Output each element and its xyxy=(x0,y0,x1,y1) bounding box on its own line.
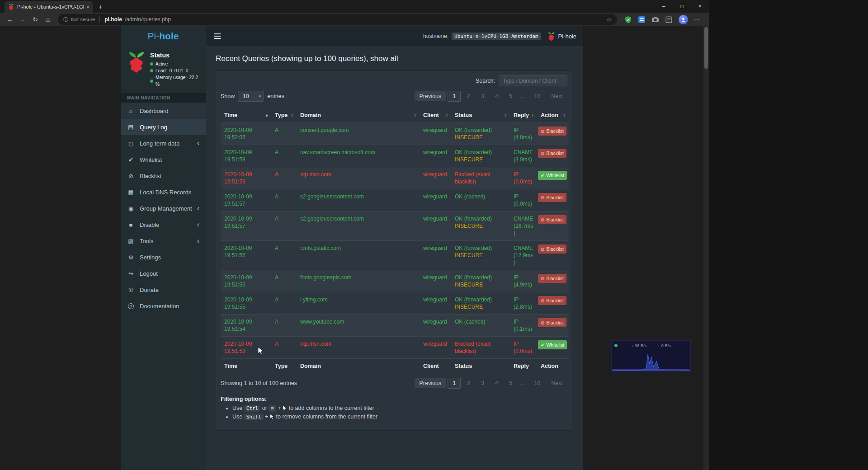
whitelist-button[interactable]: ✔Whitelist xyxy=(538,171,567,180)
blacklist-button[interactable]: ⊘Blacklist xyxy=(538,296,566,305)
pagination-page-5[interactable]: 5 xyxy=(505,378,517,388)
entries-control: Show 10 ▾ entries xyxy=(221,91,284,102)
pagination-next[interactable]: Next xyxy=(547,378,567,388)
home-icon[interactable]: ⌂ xyxy=(42,16,54,23)
pagination-page-1[interactable]: 1 xyxy=(448,378,461,389)
minimize-button[interactable]: – xyxy=(655,0,673,13)
donate-icon: ℗ xyxy=(127,287,135,293)
scrollbar-thumb[interactable] xyxy=(704,27,708,69)
pagination-page-2[interactable]: 2 xyxy=(462,91,475,101)
bookmark-star-icon[interactable]: ☆ xyxy=(606,16,612,23)
col-header-status[interactable]: Status▴▾ xyxy=(451,108,510,123)
blacklist-button[interactable]: ⊘Blacklist xyxy=(538,244,566,254)
cell-status: OK (cached) xyxy=(451,315,510,337)
sidebar-item-group-management[interactable]: ◉Group Management‹ xyxy=(121,200,206,216)
show-label: Show xyxy=(221,93,235,99)
browser-menu-icon[interactable]: ⋯ xyxy=(694,16,701,23)
sidebar-item-dashboard[interactable]: ⌂Dashboard xyxy=(121,103,206,119)
cell-time: 2020-10-09 19:52:05 xyxy=(221,123,271,145)
pagination-page-3[interactable]: 3 xyxy=(476,378,489,388)
pagination-page-2[interactable]: 2 xyxy=(462,378,475,388)
cell-reply: IP (0.0ms) xyxy=(510,337,537,359)
pagination-page-5[interactable]: 5 xyxy=(505,91,517,101)
sidebar-item-long-term-data[interactable]: ◷Long-term data‹ xyxy=(121,135,206,151)
back-icon[interactable]: ← xyxy=(4,16,16,23)
ban-icon: ⊘ xyxy=(541,195,544,200)
cell-domain: ntp.msn.com xyxy=(297,337,420,359)
sidebar-item-query-log[interactable]: ▤Query Log xyxy=(121,119,206,135)
browser-toolbar: ← → ↻ ⌂ ⓘ Not secure pi.hole /admin/quer… xyxy=(0,13,709,26)
sidebar-item-whitelist[interactable]: ✔Whitelist xyxy=(121,151,206,168)
cell-domain: consent.google.com xyxy=(297,123,420,145)
dnssec-status: INSECURE xyxy=(455,222,506,230)
blacklist-button[interactable]: ⊘Blacklist xyxy=(538,318,566,327)
sidebar-item-blacklist[interactable]: ⊘Blacklist xyxy=(121,168,206,184)
cell-time: 2020-10-09 19:51:55 xyxy=(221,270,271,292)
stop-icon: ■ xyxy=(127,221,135,228)
page-scrollbar[interactable] xyxy=(703,26,709,470)
camera-extension-icon[interactable] xyxy=(651,16,659,24)
sidebar-item-logout[interactable]: ↪Logout xyxy=(121,265,206,282)
status-line-text: Active xyxy=(156,61,168,67)
sidebar-toggle-menu-icon[interactable] xyxy=(212,32,222,41)
cell-domain: i.ytimg.com xyxy=(297,292,420,315)
download-speed: 96 B/s xyxy=(635,343,647,348)
dnssec-status: INSECURE xyxy=(455,134,506,141)
sidebar-item-documentation[interactable]: ?Documentation xyxy=(121,298,206,314)
network-monitor-widget: ↓ 96 B/s ↑ 0 B/s xyxy=(611,340,691,371)
collections-icon[interactable] xyxy=(665,16,673,24)
new-tab-button[interactable]: + xyxy=(99,3,103,10)
forward-icon[interactable]: → xyxy=(16,16,29,23)
cell-time: 2020-10-09 19:51:59 xyxy=(221,167,271,189)
pagination-page-10[interactable]: 10 xyxy=(529,91,545,101)
info-icon[interactable]: ⓘ xyxy=(63,16,68,23)
col-header-type[interactable]: Type▴▾ xyxy=(271,108,297,123)
whitelist-button[interactable]: ✔Whitelist xyxy=(538,340,567,349)
blacklist-button[interactable]: ⊘Blacklist xyxy=(538,127,566,136)
blacklist-button[interactable]: ⊘Blacklist xyxy=(538,215,566,224)
entries-select[interactable]: 10 ▾ xyxy=(238,91,264,102)
status-dot-icon xyxy=(150,80,153,83)
col-header-time[interactable]: Time▴▾ xyxy=(221,108,271,123)
col-header-reply[interactable]: Reply▴▾ xyxy=(510,108,537,123)
sidebar-item-local-dns-records[interactable]: ▦Local DNS Records xyxy=(121,184,206,200)
footer-col-client: Client xyxy=(420,359,451,374)
sidebar-item-settings[interactable]: ⚙Settings xyxy=(121,249,206,265)
blue-extension-icon[interactable] xyxy=(638,16,646,24)
blacklist-button[interactable]: ⊘Blacklist xyxy=(538,193,566,202)
cell-time: 2020-10-09 19:51:55 xyxy=(221,241,271,270)
pagination-page-1[interactable]: 1 xyxy=(448,91,461,102)
search-input[interactable] xyxy=(499,75,567,86)
address-bar[interactable]: ⓘ Not secure pi.hole /admin/queries.php … xyxy=(58,14,617,25)
profile-avatar[interactable] xyxy=(679,15,688,24)
browser-tab[interactable]: Pi-hole - Ubuntu-s-1vCPU-1GB-Amsterdam × xyxy=(5,1,93,13)
shield-extension-icon[interactable] xyxy=(624,16,632,24)
sidebar-item-label: Local DNS Records xyxy=(140,189,191,196)
blacklist-button[interactable]: ⊘Blacklist xyxy=(538,274,566,283)
caret-down-icon: ▾ xyxy=(259,94,261,99)
pagination-page-4[interactable]: 4 xyxy=(491,91,503,101)
show-all-link[interactable]: show all xyxy=(370,54,398,63)
col-header-client[interactable]: Client▴▾ xyxy=(420,108,451,123)
pagination-previous[interactable]: Previous xyxy=(415,378,446,388)
cell-type: A xyxy=(271,315,297,337)
tab-close-icon[interactable]: × xyxy=(87,4,90,9)
close-button[interactable]: × xyxy=(691,0,709,13)
pagination-page-10[interactable]: 10 xyxy=(529,378,545,388)
col-header-domain[interactable]: Domain▴▾ xyxy=(297,108,420,123)
pagination-page-3[interactable]: 3 xyxy=(476,91,489,101)
cell-time: 2020-10-09 19:51:54 xyxy=(221,315,271,337)
col-header-action[interactable]: Action▴▾ xyxy=(537,108,569,123)
reload-icon[interactable]: ↻ xyxy=(29,16,42,23)
cell-action: ⊘Blacklist xyxy=(537,241,569,270)
sidebar-item-tools[interactable]: ▨Tools‹ xyxy=(121,233,206,249)
blacklist-button[interactable]: ⊘Blacklist xyxy=(538,149,566,158)
sidebar-item-disable[interactable]: ■Disable‹ xyxy=(121,216,206,233)
pagination-page-4[interactable]: 4 xyxy=(491,378,503,388)
page-viewport: Pi-hole hostname: Ubuntu-s-1vCPU-1GB-Ams… xyxy=(0,26,703,470)
sidebar-item-label: Tools xyxy=(140,238,153,244)
pagination-next[interactable]: Next xyxy=(547,91,567,101)
sidebar-item-donate[interactable]: ℗Donate xyxy=(121,282,206,298)
pagination-previous[interactable]: Previous xyxy=(415,91,446,101)
maximize-button[interactable]: ▢ xyxy=(673,0,691,13)
